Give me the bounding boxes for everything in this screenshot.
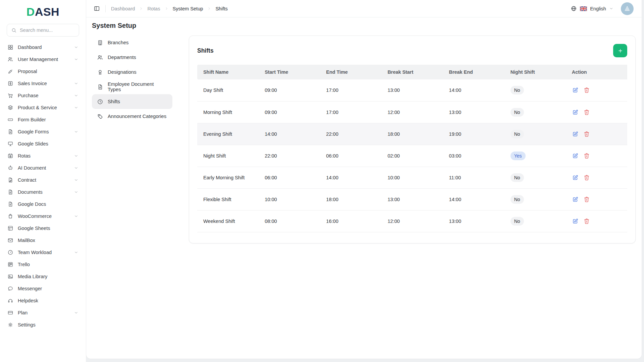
- breadcrumb-item[interactable]: Rotas: [139, 6, 160, 11]
- sidebar-nav-item[interactable]: AI Document: [3, 162, 83, 174]
- sidebar-nav-item[interactable]: Team Workload: [3, 246, 83, 258]
- sidebar-nav-item[interactable]: Plan: [3, 307, 83, 319]
- sidebar-nav-item[interactable]: MailBox: [3, 234, 83, 246]
- edit-button[interactable]: [572, 131, 579, 137]
- delete-button[interactable]: [583, 218, 590, 225]
- sidebar-nav-item[interactable]: Google Slides: [3, 138, 83, 150]
- edit-button[interactable]: [572, 174, 579, 181]
- content: System Setup Branches Departments: [86, 17, 642, 359]
- user-avatar[interactable]: [621, 2, 634, 15]
- night-shift-badge: No: [511, 195, 524, 204]
- nav-item-label: Trello: [18, 262, 30, 267]
- sidebar-nav-item[interactable]: Product & Service: [3, 102, 83, 114]
- delete-button[interactable]: [583, 131, 590, 137]
- chevron-down-icon: [74, 45, 78, 50]
- delete-button[interactable]: [583, 196, 590, 203]
- setup-menu-item[interactable]: Employee Document Types: [92, 79, 172, 94]
- chevron-down-icon: [74, 154, 78, 158]
- sidebar-nav-item[interactable]: Media Library: [3, 270, 83, 283]
- nav-item-icon: [7, 274, 13, 280]
- nav-item-icon: [7, 129, 13, 135]
- cell-break-end: 03:00: [443, 145, 504, 167]
- add-shift-button[interactable]: [613, 44, 627, 57]
- sidebar-toggle-button[interactable]: [94, 5, 100, 12]
- breadcrumb-label[interactable]: Dashboard: [111, 6, 135, 11]
- setup-menu-item[interactable]: Announcement Categories: [92, 109, 172, 124]
- sidebar-nav-item[interactable]: Messenger: [3, 283, 83, 295]
- breadcrumb-label[interactable]: System Setup: [173, 6, 203, 11]
- night-shift-badge: Yes: [511, 152, 526, 160]
- sidebar-nav-item[interactable]: Documents: [3, 186, 83, 198]
- delete-button[interactable]: [583, 174, 590, 181]
- cell-night-shift: No: [504, 101, 566, 123]
- nav-item-label: Form Builder: [18, 117, 46, 122]
- sidebar-nav-item[interactable]: Proposal: [3, 65, 83, 77]
- nav-item-icon: [7, 225, 13, 231]
- sidebar-nav-item[interactable]: Trello: [3, 258, 83, 270]
- nav-item-icon: [7, 237, 13, 243]
- table-row: Evening Shift 14:00 22:00 18:00 19:00 No: [197, 123, 627, 145]
- breadcrumb-item[interactable]: System Setup: [164, 6, 203, 11]
- setup-item-icon: [97, 54, 103, 61]
- topbar: Dashboard Rotas System Setup Shi: [86, 0, 642, 17]
- setup-menu-item[interactable]: Shifts: [92, 94, 172, 109]
- cell-actions: [566, 210, 627, 232]
- nav-item-icon: [7, 44, 13, 50]
- chevron-right-icon: [164, 6, 169, 11]
- delete-button[interactable]: [583, 87, 590, 94]
- nav-item-label: WooCommerce: [18, 214, 52, 219]
- breadcrumb-item[interactable]: Shifts: [207, 6, 228, 11]
- sidebar-nav-item[interactable]: User Management: [3, 53, 83, 65]
- sidebar-nav-item[interactable]: Google Forms: [3, 126, 83, 138]
- cell-actions: [566, 145, 627, 167]
- breadcrumb-label[interactable]: Shifts: [215, 6, 228, 11]
- topbar-divider: [105, 5, 106, 12]
- edit-button[interactable]: [572, 153, 579, 159]
- chevron-down-icon: [609, 6, 613, 11]
- sidebar-nav-item[interactable]: Rotas: [3, 150, 83, 162]
- chevron-down-icon: [74, 105, 78, 110]
- sidebar-nav-item[interactable]: Purchase: [3, 89, 83, 102]
- chevron-down-icon: [74, 166, 78, 170]
- sidebar-nav-item[interactable]: Sales Invoice: [3, 77, 83, 89]
- sidebar-nav-item[interactable]: Helpdesk: [3, 295, 83, 307]
- table-header: Shift Name Start Time End Time Break Sta…: [197, 65, 627, 79]
- sidebar-nav-item[interactable]: Form Builder: [3, 114, 83, 126]
- cell-actions: [566, 79, 627, 101]
- shifts-card: Shifts Shift Name Start Time End Time: [189, 36, 636, 243]
- nav-item-label: Media Library: [18, 274, 47, 279]
- sidebar-nav: Dashboard User Management Proposal: [0, 39, 86, 362]
- sidebar-nav-item[interactable]: Contract: [3, 174, 83, 186]
- sidebar-nav-item[interactable]: Settings: [3, 319, 83, 331]
- sidebar-nav-item[interactable]: Google Sheets: [3, 222, 83, 234]
- breadcrumb-label[interactable]: Rotas: [147, 6, 160, 11]
- sidebar-nav-item[interactable]: WooCommerce: [3, 210, 83, 222]
- edit-button[interactable]: [572, 109, 579, 116]
- language-switcher[interactable]: English: [571, 5, 613, 12]
- setup-item-icon: [97, 40, 103, 46]
- sidebar-nav-item[interactable]: Google Docs: [3, 198, 83, 210]
- breadcrumb-item[interactable]: Dashboard: [111, 6, 135, 11]
- system-setup-column: System Setup Branches Departments: [92, 21, 172, 124]
- night-shift-badge: No: [511, 217, 524, 226]
- chevron-down-icon: [74, 190, 78, 194]
- chevron-down-icon: [74, 81, 78, 86]
- cell-actions: [566, 188, 627, 210]
- edit-button[interactable]: [572, 218, 579, 225]
- edit-button[interactable]: [572, 196, 579, 203]
- nav-item-label: Messenger: [18, 286, 42, 291]
- sidebar-nav-item[interactable]: Dashboard: [3, 41, 83, 53]
- nav-item-label: Sales Invoice: [18, 81, 47, 86]
- delete-button[interactable]: [583, 153, 590, 159]
- setup-menu-item[interactable]: Designations: [92, 65, 172, 79]
- nav-item-label: Purchase: [18, 93, 39, 98]
- setup-menu-item[interactable]: Departments: [92, 50, 172, 65]
- cell-start-time: 06:00: [259, 167, 320, 188]
- sidebar-search[interactable]: [7, 24, 79, 37]
- setup-menu-item[interactable]: Branches: [92, 35, 172, 50]
- delete-button[interactable]: [583, 109, 590, 116]
- search-input[interactable]: [20, 27, 75, 33]
- setup-item-icon: [97, 99, 103, 105]
- logo-letter-d: D: [26, 5, 35, 18]
- edit-button[interactable]: [572, 87, 579, 94]
